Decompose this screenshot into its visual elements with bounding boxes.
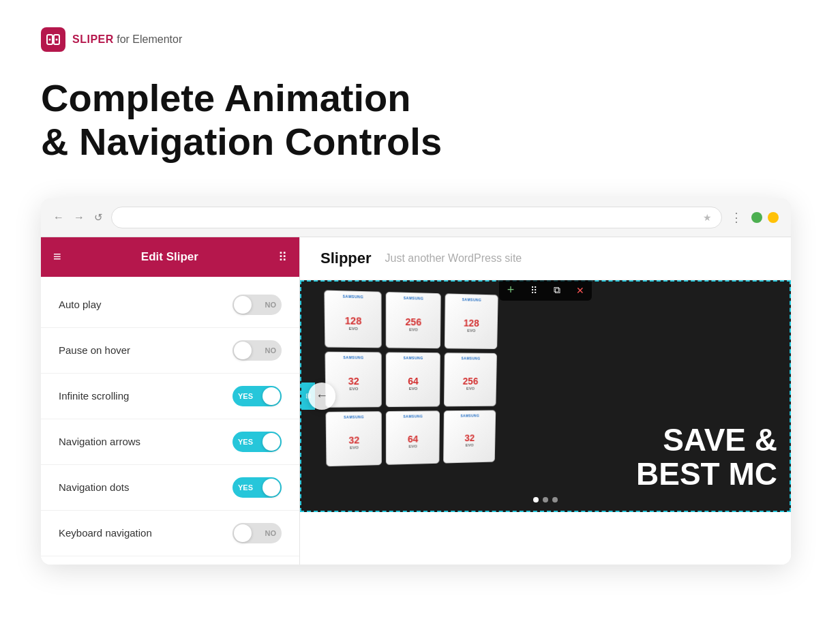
slider-overlay-text: SAVE & BEST MC [636, 423, 777, 492]
sd-card-2: 256 EVO [386, 292, 441, 348]
sd-card-8: 64 EVO [386, 410, 440, 465]
autoplay-toggle[interactable]: NO [232, 295, 282, 315]
toolbar-duplicate-button[interactable]: ⧉ [545, 280, 569, 301]
sd-cards-grid: 128 EVO 256 EVO 128 EVO [324, 290, 498, 466]
keyboard-navigation-label: Keyboard navigation [59, 527, 152, 539]
infinite-scrolling-label: Infinite scrolling [59, 390, 129, 402]
browser-mockup: ← → ↺ ★ ⋮ ≡ Edit Sliper ⠿ [41, 198, 791, 565]
pause-on-hover-setting-row: Pause on hover NO [41, 328, 299, 374]
autoplay-toggle-knob [234, 296, 252, 314]
sd-card-7: 32 EVO [326, 411, 382, 466]
brand-logo [41, 27, 65, 52]
browser-circles [751, 212, 779, 223]
infinite-scrolling-toggle[interactable]: YES [232, 386, 282, 406]
editor-panel: ≡ Edit Sliper ⠿ Auto play NO [41, 237, 300, 565]
navigation-arrows-setting-row: Navigation arrows YES [41, 419, 299, 465]
svg-point-3 [56, 39, 58, 41]
brand-header: SLIPER for Elementor [41, 27, 799, 52]
infinite-scrolling-toggle-text: YES [238, 392, 253, 400]
navigation-arrows-toggle[interactable]: YES [232, 432, 282, 452]
bookmark-icon[interactable]: ★ [703, 212, 712, 223]
url-bar[interactable]: ★ [111, 207, 722, 228]
dot-2[interactable] [543, 497, 548, 502]
dot-3[interactable] [552, 497, 558, 502]
autoplay-label: Auto play [59, 299, 102, 310]
sd-card-6: 256 EVO [444, 352, 497, 406]
sd-card-5: 64 EVO [386, 352, 440, 407]
autoplay-toggle-text: NO [265, 301, 277, 309]
slider-toolbar: + ⠿ ⧉ ✕ [499, 280, 592, 301]
sd-card-9: 32 EVO [443, 410, 496, 463]
pause-on-hover-toggle-text: NO [265, 346, 277, 355]
brand-name-bold: SLIPER [72, 33, 114, 45]
site-tagline: Just another WordPress site [385, 252, 522, 265]
navigation-dots-toggle-knob [262, 479, 280, 496]
keyboard-navigation-toggle-text: NO [265, 529, 277, 537]
circle-green-icon [751, 212, 762, 223]
slider-dot-indicators [533, 497, 558, 502]
keyboard-navigation-toggle-knob [234, 524, 252, 542]
site-title: Slipper [320, 250, 372, 267]
infinite-scrolling-setting-row: Infinite scrolling YES [41, 374, 299, 419]
keyboard-navigation-toggle[interactable]: NO [232, 523, 282, 543]
dot-1[interactable] [533, 497, 539, 502]
browser-nav: ← → ↺ [53, 211, 103, 224]
svg-point-2 [49, 39, 51, 41]
navigation-dots-label: Navigation dots [59, 481, 129, 493]
navigation-arrows-label: Navigation arrows [59, 436, 140, 447]
navigation-dots-toggle-text: YES [238, 483, 253, 492]
navigation-arrows-toggle-knob [262, 433, 280, 451]
sd-card-1: 128 EVO [324, 290, 381, 348]
hamburger-icon[interactable]: ≡ [53, 249, 61, 265]
main-heading: Complete Animation & Navigation Controls [41, 76, 799, 164]
pause-on-hover-toggle-knob [234, 342, 252, 359]
back-arrow-icon[interactable]: ← [53, 211, 64, 224]
circle-yellow-icon [768, 212, 779, 223]
browser-toolbar: ← → ↺ ★ ⋮ [41, 198, 791, 237]
editor-topbar: ≡ Edit Sliper ⠿ [41, 237, 299, 277]
browser-menu-icon[interactable]: ⋮ [730, 210, 743, 225]
keyboard-navigation-setting-row: Keyboard navigation NO [41, 511, 299, 556]
grid-icon[interactable]: ⠿ [278, 250, 287, 265]
slider-image: 128 EVO 256 EVO 128 EVO [300, 280, 791, 512]
toolbar-add-button[interactable]: + [499, 280, 522, 301]
toolbar-move-button[interactable]: ⠿ [522, 280, 545, 301]
reload-icon[interactable]: ↺ [94, 211, 103, 224]
settings-list: Auto play NO Pause on hover NO [41, 277, 299, 565]
slider-prev-arrow-button[interactable]: ← [308, 382, 335, 410]
page-wrapper: SLIPER for Elementor Complete Animation … [0, 0, 840, 630]
slider-toolbar-inner: + ⠿ ⧉ ✕ [499, 280, 592, 301]
sd-card-3: 128 EVO [445, 293, 498, 349]
brand-name-light: for Elementor [114, 33, 182, 45]
navigation-arrows-toggle-text: YES [238, 438, 253, 446]
editor-panel-title: Edit Sliper [141, 250, 198, 264]
forward-arrow-icon[interactable]: → [74, 211, 85, 224]
toolbar-close-button[interactable]: ✕ [569, 280, 592, 301]
infinite-scrolling-toggle-knob [262, 387, 280, 405]
navigation-dots-setting-row: Navigation dots YES [41, 465, 299, 511]
slider-container: + ⠿ ⧉ ✕ 128 EVO [300, 280, 791, 512]
navigation-dots-toggle[interactable]: YES [232, 477, 282, 498]
preview-panel: Slipper Just another WordPress site + ⠿ … [300, 237, 791, 565]
autoplay-setting-row: Auto play NO [41, 282, 299, 328]
pause-on-hover-toggle[interactable]: NO [232, 340, 282, 361]
browser-content: ≡ Edit Sliper ⠿ Auto play NO [41, 237, 791, 565]
pause-on-hover-label: Pause on hover [59, 344, 130, 356]
brand-name: SLIPER for Elementor [72, 33, 182, 46]
preview-site-header: Slipper Just another WordPress site [300, 237, 791, 280]
